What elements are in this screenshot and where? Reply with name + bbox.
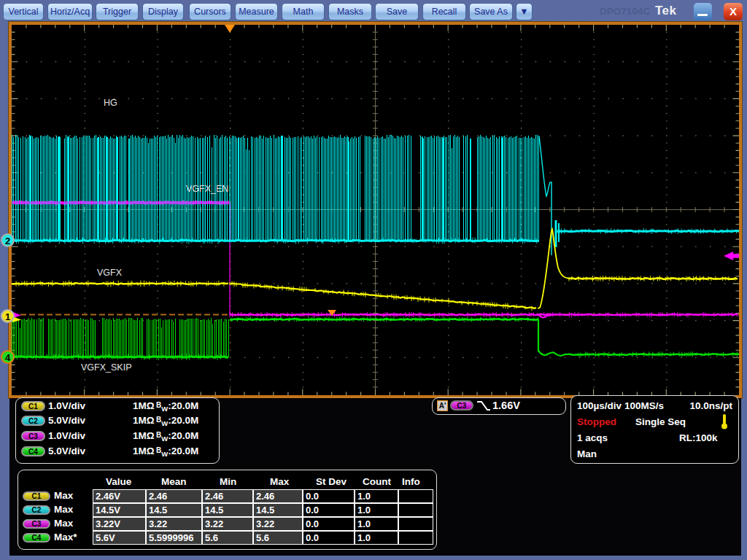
svg-text:VGFX: VGFX (97, 268, 123, 278)
svg-text:VGFX_EN: VGFX_EN (186, 184, 228, 194)
svg-text:HG: HG (104, 98, 117, 108)
svg-text:VGFX_SKIP: VGFX_SKIP (81, 362, 131, 373)
